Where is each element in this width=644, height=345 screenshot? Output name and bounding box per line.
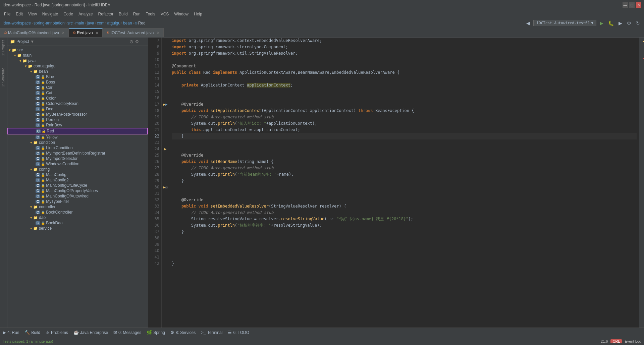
breadcrumb-workspace[interactable]: idea-workspace	[3, 21, 31, 25]
tree-item-Yellow[interactable]: C🔒Yellow	[7, 134, 148, 140]
tab-close-icon-active[interactable]: ✕	[96, 31, 98, 35]
tree-item-MyImportSelector[interactable]: C🔒MyImportSelector	[7, 156, 148, 161]
breadcrumb-src[interactable]: src	[67, 21, 73, 25]
menu-code[interactable]: Code	[61, 11, 76, 17]
run-config-selector[interactable]: IOCTest_Autowired.test01 ▼	[533, 20, 596, 26]
run-config-dropdown-icon[interactable]: ▼	[591, 21, 593, 25]
event-log-label[interactable]: Event Log	[625, 339, 641, 343]
menu-build[interactable]: Build	[116, 11, 130, 17]
spring-button[interactable]: 🌿 Spring	[147, 330, 165, 335]
tree-item-Car[interactable]: C🔒Car	[7, 85, 148, 90]
tree-item-WindowsCondition[interactable]: C🔒WindowsCondition	[7, 161, 148, 167]
tree-item-MyImportBeanDefinitionRegistrar[interactable]: C🔒MyImportBeanDefinitionRegistrar	[7, 151, 148, 156]
tree-item-Red[interactable]: C🔒Red	[7, 128, 148, 134]
sidebar-dropdown-icon[interactable]: ▼	[30, 39, 34, 44]
gutter-line	[162, 95, 169, 101]
messages-button[interactable]: ✉ 0: Messages	[113, 330, 141, 335]
tree-item-MainConfig2[interactable]: C🔒MainConfig2	[7, 177, 148, 183]
menu-help[interactable]: Help	[191, 11, 205, 17]
breadcrumb-spring-annotation[interactable]: spring-annotation	[34, 21, 65, 25]
tree-item-config[interactable]: ▾ 📁config	[7, 167, 148, 172]
tree-item-LinuxCondition[interactable]: C🔒LinuxCondition	[7, 145, 148, 151]
maximize-button[interactable]: □	[629, 2, 635, 8]
breadcrumb-com[interactable]: com	[97, 21, 105, 25]
breadcrumb-red[interactable]: Red	[138, 21, 146, 25]
run-with-coverage-button[interactable]: ▶	[617, 20, 624, 26]
tree-item-MyBeanPostProcessor[interactable]: C🔒MyBeanPostProcessor	[7, 112, 148, 117]
tree-item-MainConifgOfAutowired[interactable]: C🔒MainConifgOfAutowired	[7, 193, 148, 199]
tab-main-config[interactable]: © MainConifgOfAutowired.java ✕	[0, 28, 69, 37]
menu-edit[interactable]: Edit	[13, 11, 25, 17]
services-button[interactable]: ⚙ 8: Services	[170, 330, 196, 335]
tree-item-condition[interactable]: ▾ 📁condition	[7, 140, 148, 145]
tree-item-src[interactable]: ▾ 📁src	[7, 47, 148, 53]
project-panel-tab[interactable]: 1: Project	[0, 38, 7, 58]
code-token: println	[218, 121, 235, 126]
tree-item-label: java	[28, 58, 36, 63]
tree-item-main[interactable]: ▾ 📁main	[7, 53, 148, 58]
code-token: name	[257, 159, 266, 164]
settings-panel-button[interactable]: ⚙	[135, 39, 139, 44]
tree-item-MainConfigOfPropertyValues[interactable]: C🔒MainConfigOfPropertyValues	[7, 188, 148, 193]
tree-item-MainConfig[interactable]: C🔒MainConfig	[7, 172, 148, 177]
tree-item-BookController[interactable]: C🔒BookController	[7, 210, 148, 215]
menu-navigate[interactable]: Navigate	[40, 11, 61, 17]
code-token: resolveStringValue	[281, 217, 324, 221]
tree-item-controller[interactable]: ▾ 📁controller	[7, 204, 148, 210]
gutter-line	[162, 216, 169, 222]
java-enterprise-button[interactable]: ☕ Java Enterprise	[73, 330, 108, 335]
code-area[interactable]: import org.springframework.context.Embed…	[169, 38, 639, 328]
tree-item-Cat[interactable]: C🔒Cat	[7, 90, 148, 96]
toolbar-right: ◀ IOCTest_Autowired.test01 ▼ ▶ 🐛 ▶ ⚙ ↻	[525, 20, 641, 26]
breadcrumb-bean[interactable]: bean	[123, 21, 132, 25]
refresh-button[interactable]: ↻	[635, 20, 641, 26]
menu-run[interactable]: Run	[130, 11, 143, 17]
tab-close-icon-ioct[interactable]: ✕	[157, 31, 159, 35]
back-button[interactable]: ◀	[525, 20, 531, 26]
todo-button[interactable]: ☰ 6: TODO	[228, 330, 249, 335]
tree-item-Dog[interactable]: C🔒Dog	[7, 106, 148, 112]
run-tool-button[interactable]: ▶ 4: Run	[3, 330, 19, 335]
problems-button[interactable]: ⚠ Problems	[46, 330, 68, 335]
locate-button[interactable]: ⊙	[129, 39, 133, 44]
menu-tools[interactable]: Tools	[143, 11, 158, 17]
tree-item-Color[interactable]: C🔒Color	[7, 96, 148, 101]
close-button[interactable]: ✕	[636, 2, 641, 8]
tree-item-RainBow[interactable]: C🔒RainBow	[7, 122, 148, 128]
debug-button[interactable]: 🐛	[607, 20, 615, 26]
tree-item-MainConfigOfLifeCycle[interactable]: C🔒MainConfigOfLifeCycle	[7, 183, 148, 188]
breadcrumb-atguigu[interactable]: atguigu	[107, 21, 120, 25]
menu-view[interactable]: View	[25, 11, 40, 17]
tab-label-ioct: IOCTest_Autowired.java	[111, 31, 154, 35]
tree-item-dao[interactable]: ▾ 📁dao	[7, 215, 148, 220]
menu-window[interactable]: Window	[171, 11, 191, 17]
window-controls[interactable]: — □ ✕	[623, 2, 641, 8]
tree-item-bean[interactable]: ▾ 📁bean	[7, 69, 148, 74]
menu-file[interactable]: File	[1, 11, 13, 17]
breadcrumb-main[interactable]: main	[75, 21, 84, 25]
tree-item-service[interactable]: ▾ 📁service	[7, 226, 148, 231]
settings-button[interactable]: ⚙	[626, 20, 633, 26]
tab-close-icon[interactable]: ✕	[62, 31, 64, 35]
tree-item-ColorFactoryBean[interactable]: C🔒ColorFactoryBean	[7, 101, 148, 106]
gutter-line	[162, 133, 169, 139]
tab-red[interactable]: © Red.java ✕	[69, 28, 102, 37]
terminal-button[interactable]: >_ Terminal	[201, 330, 222, 335]
tree-item-Blue[interactable]: C🔒Blue	[7, 74, 148, 79]
menu-vcs[interactable]: VCS	[158, 11, 172, 17]
tree-item-MyTypeFilter[interactable]: C🔒MyTypeFilter	[7, 199, 148, 204]
breadcrumb-java[interactable]: java	[87, 21, 94, 25]
tree-item-java[interactable]: ▾ 📁java	[7, 58, 148, 63]
structure-panel-tab[interactable]: 2: Structure	[0, 65, 7, 90]
menu-refactor[interactable]: Refactor	[96, 11, 116, 17]
tree-item-Boss[interactable]: C🔒Boss	[7, 79, 148, 85]
build-tool-button[interactable]: 🔨 Build	[24, 330, 40, 335]
tree-item-BookDao[interactable]: C🔒BookDao	[7, 220, 148, 226]
run-button[interactable]: ▶	[598, 20, 605, 26]
minimize-button[interactable]: —	[623, 2, 628, 8]
collapse-button[interactable]: —	[141, 39, 145, 44]
tab-ioct[interactable]: © IOCTest_Autowired.java ✕	[103, 28, 164, 37]
menu-analyze[interactable]: Analyze	[76, 11, 96, 17]
tree-item-Person[interactable]: C🔒Person	[7, 117, 148, 122]
tree-item-com.atguigu[interactable]: ▾ 📁com.atguigu	[7, 63, 148, 69]
